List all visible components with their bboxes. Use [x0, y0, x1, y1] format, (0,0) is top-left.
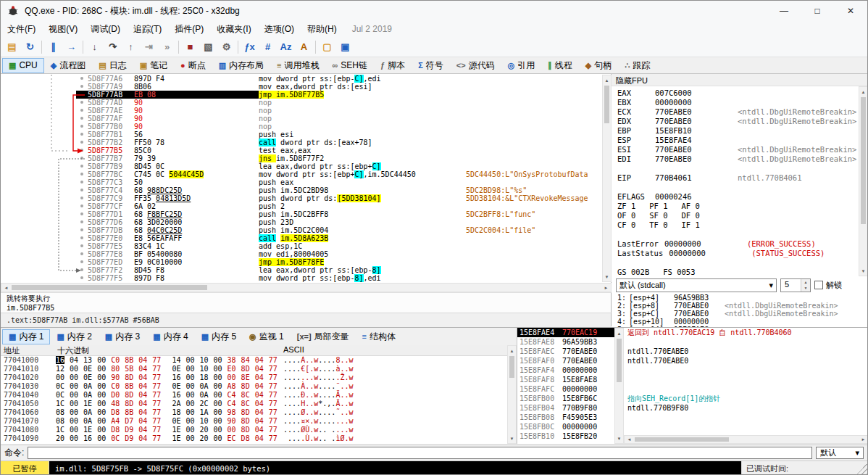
scroll-thumb[interactable] — [861, 97, 866, 224]
stack-comments-scrollbar[interactable]: ◄ ► — [624, 435, 868, 444]
disasm-bytes[interactable]: 68 988DC25D — [134, 186, 259, 194]
hide-fpu-button[interactable]: 隐藏FPU — [612, 74, 868, 86]
disasm-comment[interactable] — [466, 83, 601, 91]
dump-row[interactable]: 77041090200016000CD904771E002000ECD80477… — [1, 434, 507, 443]
dump-address[interactable]: 77041070 — [1, 417, 56, 426]
disasm-instruction[interactable]: push im.5DC2C004 — [259, 226, 466, 234]
register-value[interactable]: 00000000 — [664, 239, 715, 249]
resize-grip[interactable] — [857, 461, 867, 475]
disasm-comment[interactable] — [466, 146, 601, 154]
command-mode-combo[interactable]: 默认 ▾ — [816, 447, 864, 459]
dump-ascii[interactable]: ....Ø..w....˜..w — [283, 408, 507, 417]
register-line[interactable]: ESI770EABE0<ntdll.DbgUiRemoteBreakin> — [617, 145, 868, 154]
minimize-button[interactable]: — — [767, 1, 801, 21]
disasm-bytes[interactable]: 8D45 F8 — [134, 266, 259, 274]
dump-row[interactable]: 7704106008000A00D88B047718001A00988D0477… — [1, 408, 507, 417]
scroll-thumb[interactable] — [12, 285, 207, 290]
disasm-instruction[interactable]: lea eax,dword ptr ss:[ebp+C] — [259, 162, 466, 170]
argument-depth-stepper[interactable]: 5 ▲ ▼ — [780, 278, 811, 292]
calling-convention-combo[interactable]: 默认 (stdcall) ▾ — [616, 278, 777, 292]
menu-plugins[interactable]: 插件(P) — [168, 21, 210, 37]
stack-comment-line[interactable] — [624, 413, 868, 422]
tab-references[interactable]: ◎引用 — [501, 58, 542, 73]
dump-row[interactable]: 7704100016041300C08B04771400100038840477… — [1, 356, 507, 365]
disasm-instruction[interactable]: call im.5D8A623B — [259, 234, 466, 242]
disasm-address[interactable]: 5D8F77B7 — [86, 154, 134, 162]
disasm-instruction[interactable]: push 2 — [259, 202, 466, 210]
tab-symbols[interactable]: Σ符号 — [412, 58, 450, 73]
disasm-row[interactable]: 5D8F77D668 3D020000push 23D — [1, 218, 601, 226]
breakpoint-dot[interactable] — [80, 220, 83, 223]
disasm-address[interactable]: 5D8F77AF — [86, 115, 134, 123]
breakpoint-dot[interactable] — [80, 236, 83, 239]
breakpoint-dot[interactable] — [80, 181, 83, 183]
register-line[interactable]: ZF 1 PF 1 AF 0 — [617, 202, 868, 211]
register-line[interactable]: CF 0 TF 0 IF 1 — [617, 220, 868, 230]
disasm-address[interactable]: 5D8F77D6 — [86, 218, 134, 226]
dump-ascii[interactable]: .......w.....Ž.w — [283, 373, 507, 382]
disasm-bytes[interactable]: FF35 04813D5D — [134, 194, 259, 202]
tab-memory-map[interactable]: ▥内存布局 — [212, 58, 270, 73]
stack-row[interactable]: 15E8FAEC770EABE0 — [517, 347, 614, 356]
disasm-instruction[interactable]: nop — [259, 99, 466, 107]
disasm-instruction[interactable]: push dword ptr ds:[5DD38104] — [259, 194, 466, 202]
disasm-row[interactable]: 5D8F77C468 988DC25Dpush im.5DC2BD985DC2B… — [1, 186, 601, 194]
menu-file[interactable]: 文件(F) — [1, 21, 42, 37]
disasm-row[interactable]: 5D8F77E8BF 05400080mov edi,80004005 — [1, 250, 601, 258]
disasm-instruction[interactable]: mov dword ptr ss:[ebp-C],edi — [259, 75, 466, 83]
menu-debug[interactable]: 调试(D) — [84, 21, 127, 37]
argument-row[interactable]: 4:[esp+10]00000000 — [612, 318, 859, 326]
patches-icon[interactable]: ▧ — [199, 38, 217, 56]
scroll-right-button[interactable]: ► — [601, 284, 611, 292]
scroll-up-button[interactable]: ▲ — [615, 329, 623, 338]
breakpoint-dot[interactable] — [80, 125, 83, 128]
disasm-bytes[interactable]: 68 3D020000 — [134, 218, 259, 226]
stack-pane[interactable]: 15E8FAE4770EAC1915E8FAE896A59BB315E8FAEC… — [517, 328, 614, 444]
stack-row[interactable]: 15E8FAF400000000 — [517, 365, 614, 375]
checkbox-box[interactable] — [814, 281, 823, 289]
register-line[interactable]: LastError00000000(ERROR_SUCCESS) — [617, 239, 868, 249]
menu-view[interactable]: 视图(V) — [42, 21, 84, 37]
disasm-instruction[interactable]: push im.5DC2BFF8 — [259, 210, 466, 218]
scroll-up-button[interactable]: ▲ — [603, 75, 611, 85]
disasm-comment[interactable]: 5DC44450:L"OnSysProtobufData — [466, 170, 601, 178]
chat-bubble-icon[interactable]: ▣ — [336, 38, 354, 56]
disasm-instruction[interactable]: add esp,1C — [259, 242, 466, 250]
tab-source[interactable]: <>源代码 — [450, 58, 501, 73]
disasm-vertical-scrollbar[interactable]: ▲ ▼ — [602, 75, 612, 282]
disasm-row[interactable]: 5D8F77A6897D F4mov dword ptr ss:[ebp-C],… — [1, 75, 601, 83]
disasm-comment[interactable]: 5DC2BFF8:L"func" — [466, 210, 601, 218]
tab-memory-2[interactable]: ▦内存 2 — [50, 329, 98, 344]
dump-address[interactable]: 77041030 — [1, 382, 56, 391]
disasm-instruction[interactable]: call dword ptr ds:[eax+78] — [259, 139, 466, 146]
app-icon[interactable] — [7, 5, 19, 17]
dump-ascii[interactable]: ....¤×.w.......w — [283, 417, 507, 426]
tab-seh[interactable]: ∞SEH链 — [326, 58, 375, 73]
disasm-instruction[interactable]: mov edi,80004005 — [259, 250, 466, 258]
breakpoint-dot[interactable] — [80, 77, 83, 80]
disasm-instruction[interactable]: push eax — [259, 178, 466, 186]
disasm-address[interactable]: 5D8F77B5 — [86, 146, 134, 154]
dump-row[interactable]: 770410300C000A00C08B04770E000A00A88D0477… — [1, 382, 507, 391]
stack-scrollbar[interactable]: ▲ ▼ — [614, 328, 624, 444]
menu-options[interactable]: 选项(O) — [258, 21, 301, 37]
disasm-bytes[interactable]: 897D F8 — [134, 274, 259, 282]
dump-row[interactable]: 770410801C001E00D8D904771E002000008D0477… — [1, 426, 507, 434]
disasm-row[interactable]: 5D8F77B779 39jns im.5D8F77F2 — [1, 154, 601, 162]
breakpoint-dot[interactable] — [80, 133, 83, 136]
breakpoint-dot[interactable] — [80, 149, 83, 152]
stack-comment-line[interactable]: ntdll.770EABE0 — [624, 356, 868, 365]
stack-row[interactable]: 15E8FB1015E8FB20 — [517, 431, 614, 441]
disasm-horizontal-scrollbar[interactable]: ◄ ► — [1, 283, 612, 292]
registers-pane[interactable]: 隐藏FPU EAX007C6000EBX00000000ECX770EABE0<… — [612, 74, 868, 327]
breakpoint-dot[interactable] — [80, 101, 83, 104]
register-line[interactable]: ESP15E8FAE4 — [617, 136, 868, 145]
tab-locals[interactable]: [x=]局部变量 — [291, 329, 356, 344]
disasm-comment[interactable] — [466, 75, 601, 83]
breakpoint-dot[interactable] — [80, 244, 83, 247]
disasm-address[interactable]: 5D8F77C3 — [86, 178, 134, 186]
disasm-comment[interactable]: 5DC2BD98:L"%s" — [466, 186, 601, 194]
register-value[interactable]: 00000000 — [655, 98, 706, 107]
disasm-address[interactable]: 5D8F77D1 — [86, 210, 134, 218]
restart-icon[interactable]: ↻ — [21, 38, 39, 56]
